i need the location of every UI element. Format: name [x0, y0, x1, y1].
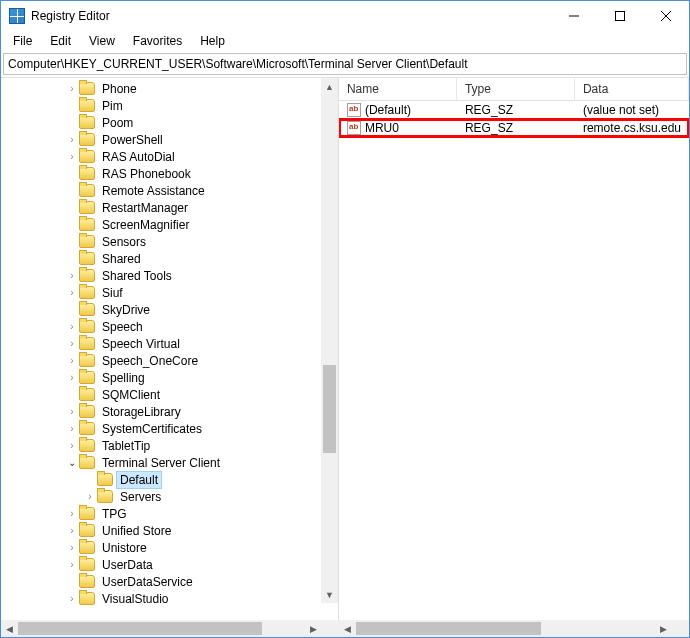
- chevron-right-icon[interactable]: ›: [83, 492, 97, 502]
- values-list[interactable]: (Default)REG_SZ(value not set)MRU0REG_SZ…: [339, 101, 689, 620]
- scroll-track[interactable]: [356, 620, 655, 637]
- tree-item[interactable]: SkyDrive: [1, 301, 338, 318]
- expander-placeholder: [65, 237, 79, 247]
- folder-icon: [79, 439, 95, 452]
- tree-item[interactable]: Sensors: [1, 233, 338, 250]
- scroll-track[interactable]: [18, 620, 305, 637]
- tree-item[interactable]: ›VisualStudio: [1, 590, 338, 607]
- menu-favorites[interactable]: Favorites: [125, 32, 190, 50]
- scroll-right-arrow-icon[interactable]: ▶: [305, 620, 322, 637]
- scroll-thumb[interactable]: [323, 365, 336, 453]
- tree-item[interactable]: ›Speech: [1, 318, 338, 335]
- tree-item-label: Shared: [99, 251, 144, 267]
- tree-item[interactable]: ›Servers: [1, 488, 338, 505]
- regedit-icon: [9, 8, 25, 24]
- tree-item[interactable]: ›Speech Virtual: [1, 335, 338, 352]
- scroll-left-arrow-icon[interactable]: ◀: [339, 620, 356, 637]
- tree-item[interactable]: ›Phone: [1, 80, 338, 97]
- tree-item[interactable]: ›Siuf: [1, 284, 338, 301]
- tree-item[interactable]: ›SystemCertificates: [1, 420, 338, 437]
- chevron-right-icon[interactable]: ›: [65, 594, 79, 604]
- chevron-right-icon[interactable]: ›: [65, 322, 79, 332]
- tree-item-label: Siuf: [99, 285, 126, 301]
- column-name[interactable]: Name: [339, 78, 457, 100]
- chevron-down-icon[interactable]: ⌄: [65, 458, 79, 468]
- tree-item[interactable]: SQMClient: [1, 386, 338, 403]
- menu-view[interactable]: View: [81, 32, 123, 50]
- folder-icon: [79, 201, 95, 214]
- menu-file[interactable]: File: [5, 32, 40, 50]
- chevron-right-icon[interactable]: ›: [65, 356, 79, 366]
- address-bar[interactable]: Computer\HKEY_CURRENT_USER\Software\Micr…: [3, 53, 687, 75]
- chevron-right-icon[interactable]: ›: [65, 135, 79, 145]
- chevron-right-icon[interactable]: ›: [65, 543, 79, 553]
- folder-icon: [79, 507, 95, 520]
- tree-item[interactable]: ›Spelling: [1, 369, 338, 386]
- chevron-right-icon[interactable]: ›: [65, 84, 79, 94]
- chevron-right-icon[interactable]: ›: [65, 407, 79, 417]
- tree-item[interactable]: Shared: [1, 250, 338, 267]
- chevron-right-icon[interactable]: ›: [65, 339, 79, 349]
- tree-item-label: RAS Phonebook: [99, 166, 194, 182]
- chevron-right-icon[interactable]: ›: [65, 509, 79, 519]
- tree-item[interactable]: ›Speech_OneCore: [1, 352, 338, 369]
- scroll-thumb[interactable]: [356, 622, 541, 635]
- tree-item-label: Servers: [117, 489, 164, 505]
- scroll-right-arrow-icon[interactable]: ▶: [655, 620, 672, 637]
- maximize-button[interactable]: [597, 1, 643, 31]
- chevron-right-icon[interactable]: ›: [65, 373, 79, 383]
- tree-item[interactable]: RAS Phonebook: [1, 165, 338, 182]
- chevron-right-icon[interactable]: ›: [65, 288, 79, 298]
- folder-icon: [79, 541, 95, 554]
- tree-item[interactable]: Remote Assistance: [1, 182, 338, 199]
- close-button[interactable]: [643, 1, 689, 31]
- column-data[interactable]: Data: [575, 78, 689, 100]
- folder-icon: [79, 456, 95, 469]
- minimize-button[interactable]: [551, 1, 597, 31]
- expander-placeholder: [83, 475, 97, 485]
- tree-item[interactable]: ScreenMagnifier: [1, 216, 338, 233]
- registry-tree[interactable]: ›Phone Pim Poom›PowerShell›RAS AutoDial …: [1, 78, 338, 609]
- menu-edit[interactable]: Edit: [42, 32, 79, 50]
- tree-item[interactable]: Default: [1, 471, 338, 488]
- window-title: Registry Editor: [31, 9, 110, 23]
- chevron-right-icon[interactable]: ›: [65, 152, 79, 162]
- chevron-right-icon[interactable]: ›: [65, 271, 79, 281]
- tree-item[interactable]: Pim: [1, 97, 338, 114]
- column-type[interactable]: Type: [457, 78, 575, 100]
- scroll-up-arrow-icon[interactable]: ▲: [321, 78, 338, 95]
- folder-icon: [79, 286, 95, 299]
- tree-item-label: Speech_OneCore: [99, 353, 201, 369]
- tree-item[interactable]: ›Unified Store: [1, 522, 338, 539]
- value-row[interactable]: MRU0REG_SZremote.cs.ksu.edu: [339, 119, 689, 137]
- tree-item[interactable]: ›PowerShell: [1, 131, 338, 148]
- tree-item[interactable]: Poom: [1, 114, 338, 131]
- tree-item-label: Sensors: [99, 234, 149, 250]
- tree-horizontal-scrollbar[interactable]: ◀ ▶: [1, 620, 322, 637]
- tree-item[interactable]: RestartManager: [1, 199, 338, 216]
- tree-item[interactable]: ›StorageLibrary: [1, 403, 338, 420]
- tree-item-label: UserDataService: [99, 574, 196, 590]
- folder-icon: [79, 184, 95, 197]
- tree-item[interactable]: ›RAS AutoDial: [1, 148, 338, 165]
- value-row[interactable]: (Default)REG_SZ(value not set): [339, 101, 689, 119]
- tree-item[interactable]: UserDataService: [1, 573, 338, 590]
- tree-item[interactable]: ›Unistore: [1, 539, 338, 556]
- tree-item[interactable]: ›UserData: [1, 556, 338, 573]
- scroll-down-arrow-icon[interactable]: ▼: [321, 586, 338, 603]
- chevron-right-icon[interactable]: ›: [65, 526, 79, 536]
- tree-item[interactable]: ›TabletTip: [1, 437, 338, 454]
- chevron-right-icon[interactable]: ›: [65, 424, 79, 434]
- tree-vertical-scrollbar[interactable]: ▲ ▼: [321, 78, 338, 603]
- scroll-left-arrow-icon[interactable]: ◀: [1, 620, 18, 637]
- expander-placeholder: [65, 220, 79, 230]
- scroll-thumb[interactable]: [18, 622, 262, 635]
- chevron-right-icon[interactable]: ›: [65, 560, 79, 570]
- tree-item[interactable]: ›Shared Tools: [1, 267, 338, 284]
- chevron-right-icon[interactable]: ›: [65, 441, 79, 451]
- menu-help[interactable]: Help: [192, 32, 233, 50]
- tree-item[interactable]: ⌄Terminal Server Client: [1, 454, 338, 471]
- values-horizontal-scrollbar[interactable]: ◀ ▶: [339, 620, 672, 637]
- scroll-track[interactable]: [321, 95, 338, 586]
- tree-item[interactable]: ›TPG: [1, 505, 338, 522]
